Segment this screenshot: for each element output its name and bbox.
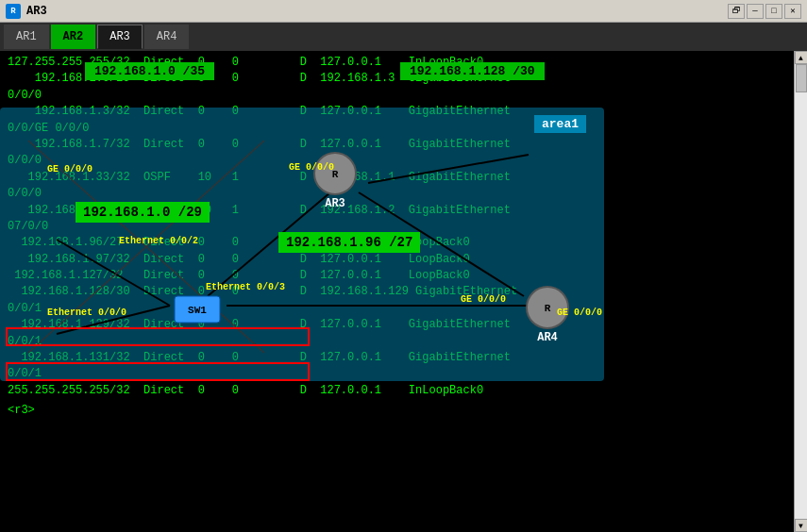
route-line-8: 192.168.1.33/32 OSPF 10 1 D 192.168.1.1 … [8,170,786,186]
scrollbar-thumb[interactable] [796,64,807,92]
tab-ar1[interactable]: AR1 [4,25,49,49]
route-line-19: 192.168.1.131/32 Direct 0 0 D 127.0.0.1 … [8,350,786,366]
scrollbar[interactable]: ▲ ▼ [794,51,807,532]
title-bar-left: R AR3 [6,4,47,19]
tab-ar3[interactable]: AR3 [97,25,143,49]
route-line-4: 192.168.1.3/32 Direct 0 0 D 127.0.0.1 Gi… [8,104,786,120]
maximize-button[interactable]: □ [765,4,782,19]
scroll-down-button[interactable]: ▼ [795,519,808,532]
route-line-7: 0/0/0 [8,153,786,169]
route-line-14: 192.168.1.127/32 Direct 0 0 D 127.0.0.1 … [8,268,786,284]
tab-ar2[interactable]: AR2 [51,25,96,49]
scrollbar-track[interactable] [795,64,808,519]
route-line-1: 127.255.255.255/32 Direct 0 0 D 127.0.0.… [8,55,786,71]
title-bar-controls: 🗗 — □ ✕ [728,4,801,19]
route-line-18: 0/0/1 [8,334,786,350]
route-line-16: 0/0/1 [8,301,786,317]
close-button[interactable]: ✕ [784,4,801,19]
app-icon: R [6,4,21,19]
restore-button[interactable]: 🗗 [728,4,745,19]
minimize-button[interactable]: — [747,4,764,19]
tab-ar4[interactable]: AR4 [144,25,190,49]
route-line-10: 192.168.1.65/32 OSPF 10 1 D 192.168.1.2 … [8,203,786,219]
tab-bar: AR1 AR2 AR3 AR4 [0,23,807,51]
route-line-5: 0/0/GE 0/0/0 [8,121,786,137]
terminal[interactable]: 127.255.255.255/32 Direct 0 0 D 127.0.0.… [0,51,794,532]
route-line-11: 07/0/0 [8,219,786,235]
prompt-line: <r3> [8,403,786,419]
route-line-21: 255.255.255.255/32 Direct 0 0 D 127.0.0.… [8,383,786,399]
route-line-12: 192.168.1.96/27 Direct 0 0 D 192.168.1.9… [8,235,786,251]
route-line-20: 0/0/1 [8,366,786,382]
window-title: AR3 [26,5,47,18]
route-line-2: 192.168.1.0/29 Direct 0 0 D 192.168.1.3 … [8,71,786,87]
route-line-3: 0/0/0 [8,88,786,104]
scroll-up-button[interactable]: ▲ [795,51,808,64]
route-line-9: 0/0/0 [8,186,786,202]
main-area: 127.255.255.255/32 Direct 0 0 D 127.0.0.… [0,51,807,532]
title-bar: R AR3 🗗 — □ ✕ [0,0,807,23]
route-line-6: 192.168.1.7/32 Direct 0 0 D 127.0.0.1 Gi… [8,137,786,153]
route-line-17: 192.168.1.129/32 Direct 0 0 D 127.0.0.1 … [8,317,786,333]
route-line-13: 192.168.1.97/32 Direct 0 0 D 127.0.0.1 L… [8,252,786,268]
route-line-15: 192.168.1.128/30 Direct 0 0 D 192.168.1.… [8,284,786,300]
